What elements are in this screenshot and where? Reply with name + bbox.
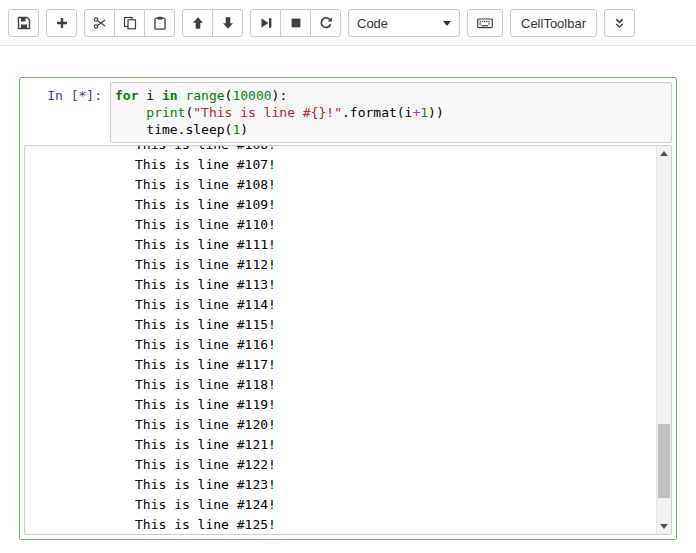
output-line: This is line #125! [135,515,653,535]
code-line: for i in range(10000): [115,87,667,104]
input-prompt: In [*]: [24,82,110,143]
step-forward-icon [259,16,273,30]
output-line: This is line #116! [135,335,653,355]
scroll-up-arrow-icon [660,151,668,156]
command-palette-button[interactable] [467,9,503,37]
paste-cell-button[interactable] [144,9,175,37]
restart-kernel-button[interactable] [310,9,341,37]
output-line: This is line #113! [135,275,653,295]
output-line: This is line #111! [135,235,653,255]
scissors-icon [93,16,107,30]
cell-input-row: In [*]: for i in range(10000): print("Th… [24,82,672,143]
output-line: This is line #117! [135,355,653,375]
scrollbar-down-button[interactable] [657,519,671,534]
code-editor[interactable]: for i in range(10000): print("This is li… [110,82,672,143]
interrupt-kernel-button[interactable] [280,9,311,37]
output-line: This is line #120! [135,415,653,435]
code-cell[interactable]: In [*]: for i in range(10000): print("Th… [19,77,677,540]
toolbar-button-group [250,9,341,37]
output-line: This is line #122! [135,455,653,475]
scrollbar-track[interactable] [657,161,671,519]
toolbar-button-group [46,9,77,37]
output-lines: This is line #106!This is line #107!This… [25,145,671,535]
plus-icon [55,16,69,30]
arrow-up-icon [191,16,205,30]
insert-cell-below-button[interactable] [46,9,77,37]
move-cell-up-button[interactable] [182,9,213,37]
toolbar-button-group [182,9,243,37]
arrow-down-icon [221,16,235,30]
output-line: This is line #109! [135,195,653,215]
move-cell-down-button[interactable] [212,9,243,37]
output-line: This is line #119! [135,395,653,415]
output-line: This is line #107! [135,155,653,175]
copy-icon [123,16,137,30]
output-line: This is line #114! [135,295,653,315]
toolbar-button-groups [8,9,341,37]
copy-cell-button[interactable] [114,9,145,37]
output-line: This is line #123! [135,475,653,495]
code-line: print("This is line #{}!".format(i+1)) [115,104,667,121]
toolbar-button-group [84,9,175,37]
scrollbar-thumb[interactable] [658,424,670,498]
output-line: This is line #108! [135,175,653,195]
output-line: This is line #106! [135,145,653,155]
code-line: time.sleep(1) [115,121,667,138]
output-line: This is line #115! [135,315,653,335]
keyboard-icon [477,16,493,30]
output-line: This is line #118! [135,375,653,395]
output-area[interactable]: This is line #106!This is line #107!This… [24,145,672,535]
more-commands-button[interactable] [604,9,635,37]
cell-toolbar-button[interactable]: CellToolbar [510,9,597,37]
output-line: This is line #121! [135,435,653,455]
toolbar-button-group [8,9,39,37]
double-chevron-down-icon [613,17,626,30]
output-line: This is line #110! [135,215,653,235]
scrollbar-up-button[interactable] [657,146,671,161]
output-line: This is line #124! [135,495,653,515]
run-cell-button[interactable] [250,9,281,37]
notebook-area: In [*]: for i in range(10000): print("Th… [0,46,696,540]
output-scrollbar[interactable] [656,146,671,534]
refresh-icon [319,16,333,30]
stop-icon [289,16,303,30]
caret-down-icon [443,21,451,26]
cut-cell-button[interactable] [84,9,115,37]
output-line: This is line #112! [135,255,653,275]
code-lines: for i in range(10000): print("This is li… [115,87,667,138]
cell-type-selected-value: Code [357,16,388,31]
scroll-down-arrow-icon [660,524,668,529]
save-button[interactable] [8,9,39,37]
cell-type-select[interactable]: Code [348,9,460,37]
main-toolbar: Code CellToolbar [0,0,696,46]
floppy-icon [17,16,31,30]
clipboard-icon [153,16,167,30]
